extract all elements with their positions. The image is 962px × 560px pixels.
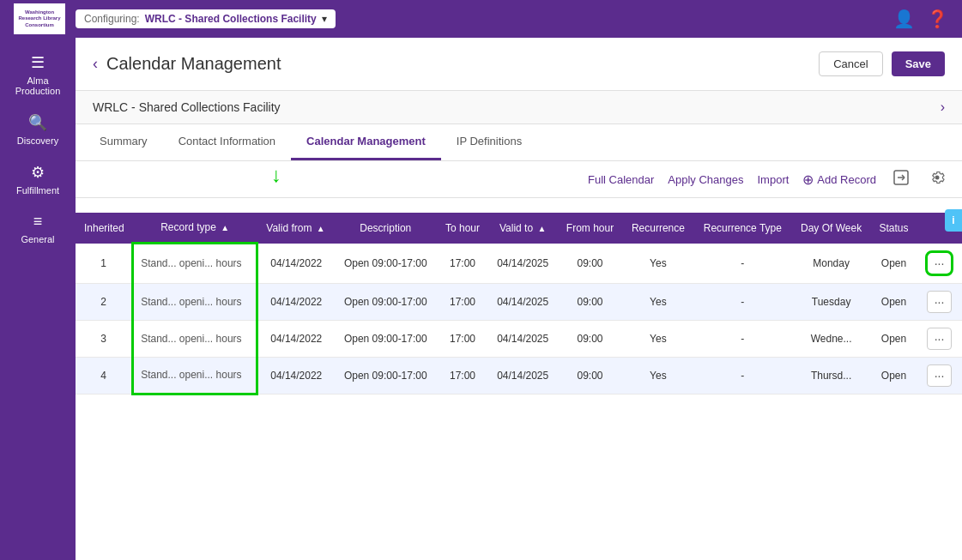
cell-status: Open [871, 357, 917, 394]
facility-row: WRLC - Shared Collections Facility › [76, 91, 962, 124]
cell-valid-to: 04/14/2025 [488, 320, 558, 357]
cell-from-hour: 09:00 [558, 283, 623, 320]
cell-description: Open 09:00-17:00 [334, 244, 437, 284]
sort-icon: ▲ [317, 224, 325, 233]
calendar-table: Inherited Record type ▲ Valid from ▲ Des… [76, 213, 962, 395]
toolbar: Full Calendar Apply Changes Import ⊕ Add… [76, 161, 962, 198]
sort-icon: ▲ [537, 224, 546, 233]
help-icon[interactable]: ❓ [927, 9, 948, 29]
user-icon[interactable]: 👤 [893, 9, 915, 29]
page-header-right: Cancel Save [819, 51, 945, 76]
cell-day-of-week: Monday [791, 244, 871, 284]
cell-actions: ··· [917, 320, 962, 357]
table-row: 2 Stand... openi... hours 04/14/2022 Ope… [76, 283, 962, 320]
col-to-hour: To hour [437, 213, 488, 244]
tab-calendar-management[interactable]: Calendar Management [291, 124, 441, 160]
col-inherited: Inherited [76, 213, 133, 244]
row-actions-button[interactable]: ··· [927, 364, 953, 387]
col-day-of-week: Day Of Week [791, 213, 871, 244]
annotation-area: ↓ Full Calendar Apply Changes Import ⊕ A… [76, 161, 962, 213]
cell-valid-to: 04/14/2025 [488, 283, 558, 320]
cell-record-type: Stand... openi... hours [133, 320, 257, 357]
col-status: Status [871, 213, 917, 244]
cell-status: Open [871, 283, 917, 320]
cell-recurrence: Yes [622, 244, 693, 284]
cell-to-hour: 17:00 [437, 283, 488, 320]
info-tab[interactable]: i [945, 209, 962, 232]
sidebar-item-fulfillment[interactable]: ⚙ Fulfillment [0, 154, 76, 204]
page-header-left: ‹ Calendar Management [93, 54, 281, 74]
cell-to-hour: 17:00 [437, 320, 488, 357]
cell-actions: ··· [917, 244, 962, 284]
import-link[interactable]: Import [758, 173, 790, 186]
export-icon-button[interactable] [890, 168, 912, 190]
chevron-down-icon: ▾ [322, 13, 327, 25]
col-valid-to[interactable]: Valid to ▲ [488, 213, 558, 244]
col-recurrence: Recurrence [622, 213, 693, 244]
cell-description: Open 09:00-17:00 [334, 283, 437, 320]
top-bar-right: 👤 ❓ [893, 9, 948, 29]
settings-icon-button[interactable] [926, 168, 948, 190]
table-row: 1 Stand... openi... hours 04/14/2022 Ope… [76, 244, 962, 284]
fulfillment-icon: ⚙ [31, 163, 45, 182]
col-description: Description [334, 213, 437, 244]
green-arrow-annotation: ↓ [271, 165, 281, 185]
plus-icon: ⊕ [802, 172, 814, 188]
tabs-bar: Summary Contact Information Calendar Man… [76, 124, 962, 161]
back-button[interactable]: ‹ [93, 55, 98, 73]
row-actions-button[interactable]: ··· [927, 291, 953, 313]
config-name: WRLC - Shared Collections Facility [145, 13, 317, 25]
tab-contact-information[interactable]: Contact Information [163, 124, 291, 160]
cell-recurrence-type: - [693, 244, 791, 284]
col-valid-from[interactable]: Valid from ▲ [257, 213, 335, 244]
top-bar: Washington Research Library Consortium C… [0, 0, 962, 38]
tab-ip-definitions[interactable]: IP Definitions [441, 124, 537, 160]
table-row: 4 Stand... openi... hours 04/14/2022 Ope… [76, 357, 962, 394]
cell-actions: ··· [917, 357, 962, 394]
logo: Washington Research Library Consortium [14, 3, 65, 34]
cell-num: 2 [76, 283, 133, 320]
cell-valid-from: 04/14/2022 [257, 320, 335, 357]
page-header: ‹ Calendar Management Cancel Save [76, 38, 962, 91]
cancel-button[interactable]: Cancel [819, 51, 882, 76]
general-icon: ≡ [33, 213, 43, 231]
facility-expand-icon[interactable]: › [941, 99, 945, 115]
cell-valid-to: 04/14/2025 [488, 244, 558, 284]
col-recurrence-type: Recurrence Type [693, 213, 791, 244]
table-container: Inherited Record type ▲ Valid from ▲ Des… [76, 213, 962, 560]
cell-num: 3 [76, 320, 133, 357]
cell-recurrence: Yes [622, 283, 693, 320]
sort-icon: ▲ [221, 223, 229, 232]
arrow-shaft: ↓ [271, 165, 281, 185]
save-button[interactable]: Save [892, 51, 945, 76]
config-selector[interactable]: Configuring: WRLC - Shared Collections F… [76, 9, 336, 28]
row-actions-button[interactable]: ··· [927, 328, 953, 350]
col-record-type[interactable]: Record type ▲ [133, 213, 257, 244]
table-row: 3 Stand... openi... hours 04/14/2022 Ope… [76, 320, 962, 357]
cell-actions: ··· [917, 283, 962, 320]
cell-valid-from: 04/14/2022 [257, 244, 335, 284]
cell-valid-to: 04/14/2025 [488, 357, 558, 394]
configuring-label: Configuring: [84, 13, 140, 25]
cell-recurrence-type: - [693, 283, 791, 320]
cell-recurrence-type: - [693, 357, 791, 394]
full-calendar-link[interactable]: Full Calendar [588, 173, 654, 186]
page-title: Calendar Management [106, 54, 281, 74]
add-record-button[interactable]: ⊕ Add Record [802, 172, 876, 188]
row-actions-button[interactable]: ··· [925, 250, 954, 276]
sidebar-item-alma-production[interactable]: ☰ Alma Production [0, 45, 76, 105]
cell-valid-from: 04/14/2022 [257, 357, 335, 394]
facility-name: WRLC - Shared Collections Facility [93, 100, 281, 114]
cell-from-hour: 09:00 [558, 320, 623, 357]
sidebar-item-discovery[interactable]: 🔍 Discovery [0, 105, 76, 154]
apply-changes-link[interactable]: Apply Changes [668, 173, 743, 186]
tab-summary[interactable]: Summary [84, 124, 163, 160]
alma-icon: ☰ [31, 53, 45, 72]
sidebar-item-general[interactable]: ≡ General [0, 204, 76, 253]
cell-status: Open [871, 320, 917, 357]
cell-record-type: Stand... openi... hours [133, 357, 257, 394]
cell-num: 4 [76, 357, 133, 394]
discovery-icon: 🔍 [28, 113, 47, 132]
sidebar-item-label: Fulfillment [16, 185, 59, 196]
cell-to-hour: 17:00 [437, 244, 488, 284]
